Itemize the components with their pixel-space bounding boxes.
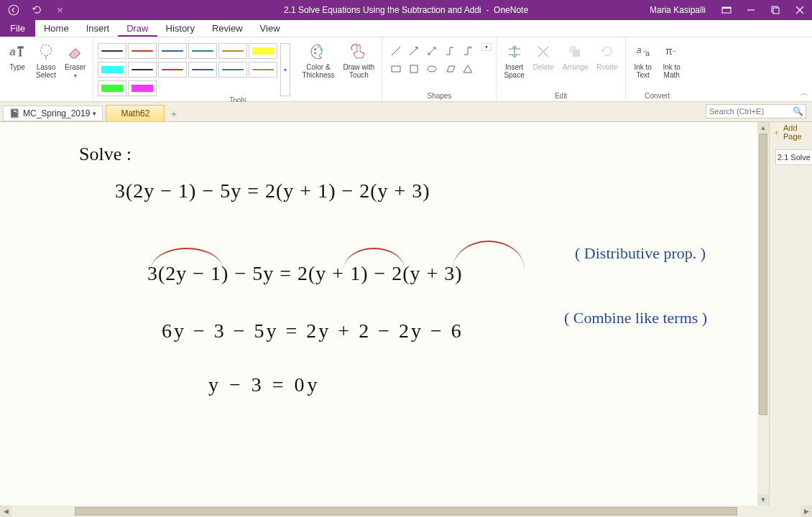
arrange-icon [565,42,585,62]
eraser-button[interactable]: Eraser ▾ [62,40,88,80]
pen-swatch-9[interactable] [188,62,217,78]
scroll-left-icon[interactable]: ◀ [0,506,11,517]
minimize-button[interactable] [739,0,763,20]
shape-rect-icon[interactable] [388,61,404,77]
lasso-icon [36,42,56,62]
notebook-tab-bar: 📓 MC_Spring_2019 ▾ Math62 ＋ 🔍 [0,102,812,122]
color-thickness-button[interactable]: Color & Thickness [299,40,337,80]
search-input[interactable] [706,104,806,118]
pen-swatch-8[interactable] [158,62,187,78]
rotate-icon [597,42,617,62]
menu-draw[interactable]: Draw [118,20,157,37]
menu-insert[interactable]: Insert [78,20,119,37]
notebook-dropdown[interactable]: 📓 MC_Spring_2019 ▾ [3,106,103,121]
shapes-gallery-expand[interactable]: ▾ [481,43,492,51]
vertical-scrollbar[interactable]: ▲ ▼ [757,122,769,506]
menu-history[interactable]: History [157,20,203,37]
pen-swatch-0[interactable] [98,43,126,59]
pen-swatch-7[interactable] [128,62,157,78]
pen-swatch-5[interactable] [249,43,277,59]
svg-line-17 [428,47,435,55]
pen-gallery[interactable] [98,40,277,96]
svg-point-12 [318,46,320,48]
page-canvas[interactable]: ⤢ Solve : 3(2y − 1) − 5y = 2(y + 1) − 2(… [0,122,769,506]
eraser-icon [65,42,86,62]
pen-swatch-10[interactable] [218,62,247,78]
type-button[interactable]: a Type [4,40,30,73]
pin-icon[interactable]: ⤧ [53,4,66,17]
scroll-up-icon[interactable]: ▲ [757,122,769,134]
shape-square-icon[interactable] [406,61,422,77]
menu-bar: File Home Insert Draw History Review Vie… [0,20,812,37]
ink-note-distributive: ( Distributive prop. ) [575,244,706,263]
ink-line-1: 3(2y − 1) − 5y = 2(y + 1) − 2(y + 3) [115,180,430,202]
pen-swatch-12[interactable] [98,80,126,96]
pen-gallery-expand[interactable]: ▾ [280,43,290,96]
close-button[interactable] [788,0,812,20]
lasso-select-button[interactable]: Lasso Select [33,40,59,80]
chevron-down-icon: ▾ [74,73,77,79]
shape-arrow-icon[interactable] [406,43,422,59]
shape-elbow-icon[interactable] [442,43,458,59]
menu-review[interactable]: Review [203,20,252,37]
undo-icon[interactable] [30,4,43,17]
palette-icon [308,42,328,62]
collapse-ribbon-icon[interactable]: ︿ [801,88,808,98]
ribbon-group-tools: ▾ Color & Thickness Draw with Touch Tool… [93,37,382,101]
shape-parallelogram-icon[interactable] [442,61,458,77]
scroll-down-icon[interactable]: ▼ [757,494,769,506]
insert-space-icon [504,42,525,62]
shape-double-arrow-icon[interactable] [424,43,440,59]
pen-swatch-11[interactable] [249,62,277,78]
svg-point-13 [320,48,323,50]
ribbon-display-icon[interactable] [714,0,739,20]
menu-view[interactable]: View [252,20,289,37]
ribbon-group-convert: aa Ink to Text π Ink to Math Convert [626,37,689,101]
ink-math-label: Ink to Math [663,63,680,79]
add-section-button[interactable]: ＋ [166,107,182,121]
svg-point-0 [9,5,19,15]
pen-swatch-13[interactable] [128,80,157,96]
plus-icon: ＋ [772,127,780,138]
search-icon: 🔍 [793,106,803,116]
shape-elbow-arrow-icon[interactable] [460,43,476,59]
svg-text:a: a [9,45,15,57]
pen-swatch-3[interactable] [188,43,217,59]
draw-touch-label: Draw with Touch [343,63,374,79]
pen-swatch-1[interactable] [128,43,157,59]
delete-icon [533,42,553,62]
hscroll-thumb[interactable] [75,507,737,516]
ink-to-math-button[interactable]: π Ink to Math [659,40,685,80]
back-icon[interactable] [7,4,20,17]
chevron-down-icon: ▾ [93,110,96,117]
section-tab[interactable]: Math62 [106,105,165,121]
shape-line-icon[interactable] [388,43,404,59]
page-list-item[interactable]: 2.1 Solve [775,149,812,165]
scroll-thumb[interactable] [759,134,767,415]
menu-file[interactable]: File [0,20,35,37]
svg-line-15 [392,47,400,55]
horizontal-scrollbar[interactable]: ◀ ▶ [0,506,812,517]
window-title: 2.1 Solve Equations Using the Subtractio… [284,5,528,15]
ink-heading: Solve : [79,144,132,165]
pen-swatch-6[interactable] [98,62,126,78]
menu-home[interactable]: Home [35,20,78,37]
shape-triangle-icon[interactable] [460,61,476,77]
ribbon-group-edit: Insert Space Delete Arrange Rotate Edit [497,37,625,101]
notebook-name: MC_Spring_2019 [23,108,90,118]
shape-ellipse-icon[interactable] [424,61,440,77]
type-icon: a [7,42,27,62]
ink-to-text-button[interactable]: aa Ink to Text [630,40,656,80]
pen-swatch-2[interactable] [158,43,187,59]
draw-with-touch-button[interactable]: Draw with Touch [340,40,377,80]
scroll-right-icon[interactable]: ▶ [801,506,812,517]
ink-to-math-icon: π [662,42,682,62]
pen-swatch-4[interactable] [218,43,247,59]
account-name[interactable]: Maria Kasipalli [641,5,714,15]
arrange-button: Arrange [560,40,591,73]
maximize-button[interactable] [763,0,788,20]
add-page-button[interactable]: ＋ Add Page [772,124,812,141]
notebook-icon: 📓 [9,108,20,118]
insert-space-button[interactable]: Insert Space [501,40,527,80]
shapes-gallery[interactable] [387,40,477,80]
